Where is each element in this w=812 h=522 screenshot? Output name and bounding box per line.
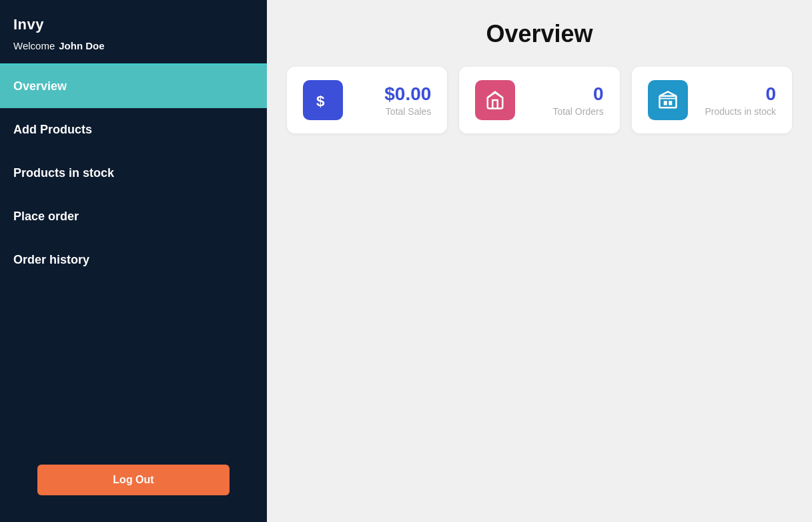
total-sales-card: $ $0.00 Total Sales [287,67,447,134]
warehouse-icon [658,90,678,110]
products-in-stock-label: Products in stock [705,106,776,117]
sidebar-nav: Overview Add Products Products in stock … [0,65,267,445]
sidebar-item-overview[interactable]: Overview [0,65,267,108]
svg-rect-2 [663,101,667,105]
main-content: Overview $ $0.00 Total Sales [267,0,812,522]
products-in-stock-card: 0 Products in stock [632,67,792,134]
total-sales-info: $0.00 Total Sales [356,83,431,117]
orders-icon [485,90,505,110]
total-sales-icon-box: $ [303,80,343,120]
dollar-icon: $ [313,90,333,110]
products-in-stock-info: 0 Products in stock [701,83,776,117]
total-orders-value: 0 [593,83,604,105]
sidebar-item-products-in-stock[interactable]: Products in stock [0,152,267,195]
svg-rect-3 [669,101,672,105]
page-title: Overview [287,20,792,48]
app-logo: Invy [0,0,267,40]
products-in-stock-icon-box [648,80,688,120]
sidebar-item-order-history[interactable]: Order history [0,238,267,282]
sidebar-item-add-products[interactable]: Add Products [0,108,267,152]
total-orders-card: 0 Total Orders [459,67,619,134]
total-orders-icon-box [475,80,515,120]
total-orders-info: 0 Total Orders [528,83,603,117]
sidebar-logout-area: Log Out [0,445,267,522]
svg-text:$: $ [316,93,325,109]
products-in-stock-value: 0 [765,83,776,105]
sidebar: Invy Welcome John Doe Overview Add Produ… [0,0,267,522]
stats-cards-row: $ $0.00 Total Sales 0 Total Orders [287,67,792,134]
svg-rect-1 [659,96,676,108]
total-orders-label: Total Orders [552,106,603,117]
sidebar-item-place-order[interactable]: Place order [0,195,267,238]
welcome-prefix: Welcome [13,40,55,51]
logout-button[interactable]: Log Out [37,465,230,495]
sidebar-welcome: Welcome John Doe [0,40,267,65]
user-name: John Doe [59,40,104,51]
total-sales-value: $0.00 [384,83,431,105]
total-sales-label: Total Sales [386,106,431,117]
